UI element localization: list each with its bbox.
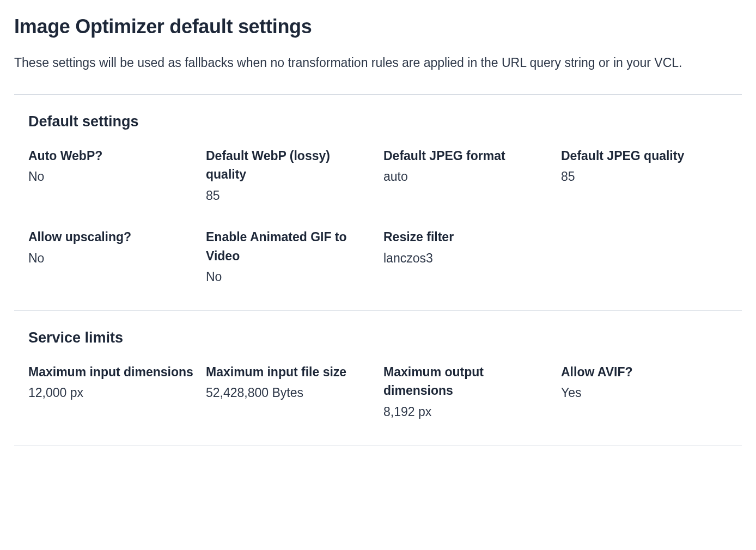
setting-default-jpeg-quality: Default JPEG quality 85 xyxy=(561,146,728,205)
setting-label: Default WebP (lossy) quality xyxy=(206,146,373,184)
setting-label: Maximum input dimensions xyxy=(28,363,195,382)
setting-value: No xyxy=(28,249,195,268)
setting-max-output-dimensions: Maximum output dimensions 8,192 px xyxy=(383,363,550,421)
setting-label: Auto WebP? xyxy=(28,146,195,166)
setting-value: Yes xyxy=(561,383,728,402)
default-settings-section: Default settings Auto WebP? No Default W… xyxy=(14,95,742,310)
page-description: These settings will be used as fallbacks… xyxy=(14,53,700,72)
setting-value: auto xyxy=(383,167,550,186)
setting-value: 52,428,800 Bytes xyxy=(206,383,373,402)
setting-label: Allow upscaling? xyxy=(28,228,195,247)
setting-label: Allow AVIF? xyxy=(561,363,728,382)
service-limits-grid: Maximum input dimensions 12,000 px Maxim… xyxy=(28,363,728,421)
setting-allow-upscaling: Allow upscaling? No xyxy=(28,228,195,286)
section-divider xyxy=(14,445,742,445)
page-title: Image Optimizer default settings xyxy=(14,15,742,38)
setting-label: Maximum input file size xyxy=(206,363,373,382)
setting-resize-filter: Resize filter lanczos3 xyxy=(383,228,550,286)
setting-default-webp-quality: Default WebP (lossy) quality 85 xyxy=(206,146,373,205)
setting-label: Default JPEG quality xyxy=(561,146,728,166)
default-settings-title: Default settings xyxy=(28,113,728,130)
setting-enable-animated-gif-to-video: Enable Animated GIF to Video No xyxy=(206,228,373,286)
setting-value: 12,000 px xyxy=(28,383,195,402)
setting-value: No xyxy=(206,267,373,286)
setting-value: No xyxy=(28,167,195,186)
setting-allow-avif: Allow AVIF? Yes xyxy=(561,363,728,421)
setting-label: Enable Animated GIF to Video xyxy=(206,228,373,265)
setting-label: Maximum output dimensions xyxy=(383,363,550,400)
setting-value: 85 xyxy=(561,167,728,186)
service-limits-section: Service limits Maximum input dimensions … xyxy=(14,311,742,445)
setting-auto-webp: Auto WebP? No xyxy=(28,146,195,205)
setting-label: Default JPEG format xyxy=(383,146,550,166)
setting-value: 8,192 px xyxy=(383,402,550,421)
setting-value: 85 xyxy=(206,186,373,205)
default-settings-grid: Auto WebP? No Default WebP (lossy) quali… xyxy=(28,146,728,286)
setting-max-input-file-size: Maximum input file size 52,428,800 Bytes xyxy=(206,363,373,421)
setting-max-input-dimensions: Maximum input dimensions 12,000 px xyxy=(28,363,195,421)
setting-default-jpeg-format: Default JPEG format auto xyxy=(383,146,550,205)
service-limits-title: Service limits xyxy=(28,329,728,346)
setting-value: lanczos3 xyxy=(383,249,550,268)
setting-label: Resize filter xyxy=(383,228,550,247)
